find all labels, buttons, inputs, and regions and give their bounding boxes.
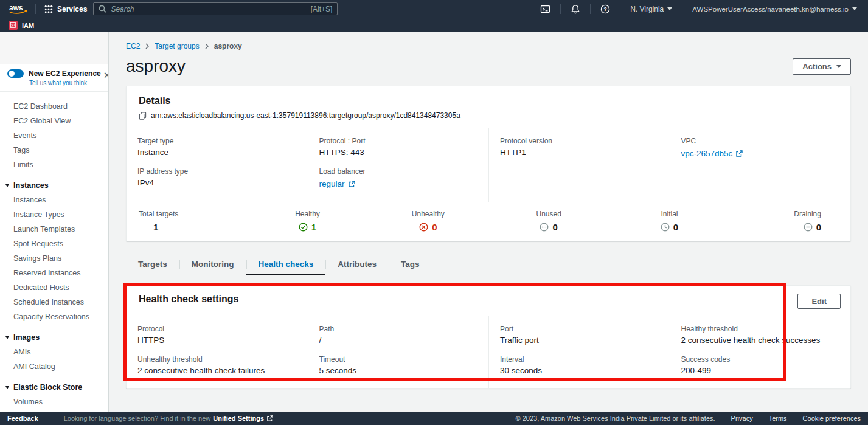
hc-protocol-value: HTTPS	[137, 336, 296, 345]
tab-monitoring[interactable]: Monitoring	[179, 255, 246, 275]
initial-count: 0	[673, 222, 678, 232]
vpc-link[interactable]: vpc-2657db5c	[681, 149, 743, 158]
load-balancer-link[interactable]: regular	[319, 179, 355, 188]
sidebar-item-capacity-reservations[interactable]: Capacity Reservations	[0, 309, 108, 324]
unified-settings-link[interactable]: Unified Settings	[213, 415, 273, 422]
divider	[560, 4, 561, 14]
health-check-card: Health check settings Edit Protocol HTTP…	[126, 285, 851, 389]
breadcrumb-ec2[interactable]: EC2	[126, 42, 140, 50]
page-title: asproxy	[126, 57, 186, 76]
health-check-heading: Health check settings	[139, 294, 239, 305]
new-experience-toggle[interactable]	[7, 69, 24, 78]
chevron-down-icon	[667, 7, 672, 10]
field-label: Target type	[137, 137, 296, 145]
region-label: N. Virginia	[630, 5, 664, 13]
field-label: Load balancer	[319, 167, 477, 176]
aws-logo[interactable]: aws	[7, 2, 29, 16]
sidebar-item-ec2-global-view[interactable]: EC2 Global View	[0, 114, 108, 128]
sidebar-item-ami-catalog[interactable]: AMI Catalog	[0, 359, 108, 374]
check-circle-icon	[299, 223, 308, 232]
help-button[interactable]: ?	[597, 4, 614, 14]
x-circle-icon	[419, 223, 428, 232]
sidebar-item-dedicated-hosts[interactable]: Dedicated Hosts	[0, 280, 108, 295]
help-question-icon: ?	[600, 4, 610, 14]
services-menu-button[interactable]: Services	[42, 5, 89, 13]
field-label: Unhealthy threshold	[137, 355, 296, 364]
feedback-button[interactable]: Feedback	[7, 415, 38, 422]
divider	[682, 4, 682, 14]
hc-interval-value: 30 seconds	[500, 366, 658, 375]
bell-icon	[571, 4, 580, 14]
caret-down-icon	[5, 184, 9, 187]
sidebar-spacer	[0, 32, 108, 64]
sidebar-item-volumes[interactable]: Volumes	[0, 395, 108, 409]
sidebar-item-ec2-dashboard[interactable]: EC2 Dashboard	[0, 99, 108, 114]
tab-tags[interactable]: Tags	[389, 255, 432, 275]
sidebar-item-instances[interactable]: Instances	[0, 193, 108, 207]
sidebar-item-events[interactable]: Events	[0, 128, 108, 143]
privacy-link[interactable]: Privacy	[731, 415, 753, 422]
apps-grid-icon	[44, 5, 53, 13]
stat-unhealthy: Unhealthy 0	[368, 202, 488, 241]
notifications-button[interactable]	[567, 4, 584, 14]
sidebar-item-instance-types[interactable]: Instance Types	[0, 207, 108, 222]
external-link-icon	[735, 150, 743, 157]
terms-link[interactable]: Terms	[769, 415, 787, 422]
tell-us-link[interactable]: Tell us what you think	[29, 80, 101, 86]
hc-success-codes-value: 200-499	[681, 366, 839, 375]
sidebar-item-amis[interactable]: AMIs	[0, 345, 108, 359]
hc-port-value: Traffic port	[500, 336, 658, 345]
stat-healthy: Healthy 1	[247, 202, 367, 241]
field-label: Port	[500, 325, 658, 333]
edit-button[interactable]: Edit	[797, 294, 841, 309]
hc-timeout-value: 5 seconds	[319, 366, 477, 375]
account-menu[interactable]: AWSPowerUserAccess/navaneeth.kn@harness.…	[689, 5, 861, 13]
sidebar-item-launch-templates[interactable]: Launch Templates	[0, 222, 108, 237]
external-link-icon	[348, 181, 355, 188]
sidebar-item-savings-plans[interactable]: Savings Plans	[0, 251, 108, 266]
iam-favorite-link[interactable]: IAM	[22, 22, 34, 29]
sidebar-item-limits[interactable]: Limits	[0, 157, 108, 172]
tab-attributes[interactable]: Attributes	[325, 255, 389, 275]
tab-health-checks[interactable]: Health checks	[246, 255, 326, 275]
breadcrumb-current: asproxy	[214, 42, 242, 50]
field-label: IP address type	[137, 167, 296, 176]
page-header: asproxy Actions	[126, 57, 851, 76]
chevron-down-icon	[836, 65, 841, 68]
footer-right: © 2023, Amazon Web Services India Privat…	[516, 415, 861, 422]
sidebar-item-spot-requests[interactable]: Spot Requests	[0, 237, 108, 251]
divider	[590, 4, 591, 14]
divider	[620, 4, 620, 14]
unused-count: 0	[552, 222, 557, 232]
hc-unhealthy-threshold-value: 2 consecutive health check failures	[137, 366, 296, 375]
cloudshell-button[interactable]	[536, 4, 554, 14]
breadcrumb: EC2 Target groups asproxy	[126, 32, 851, 50]
svg-text:aws: aws	[9, 4, 23, 12]
tab-targets[interactable]: Targets	[126, 255, 179, 275]
sidebar-section-images[interactable]: Images	[0, 330, 108, 345]
sidebar-section-elastic-block-store[interactable]: Elastic Block Store	[0, 380, 108, 395]
global-search[interactable]: [Alt+S]	[93, 2, 338, 15]
chevron-right-icon	[204, 43, 209, 49]
sidebar-item-scheduled-instances[interactable]: Scheduled Instances	[0, 295, 108, 309]
targets-summary: Total targets 1 Healthy 1 Unhealthy	[127, 202, 850, 241]
unhealthy-count: 0	[432, 222, 437, 232]
sidebar-item-reserved-instances[interactable]: Reserved Instances	[0, 266, 108, 280]
topnav-right-controls: ? N. Virginia AWSPowerUserAccess/navanee…	[536, 4, 861, 14]
close-icon[interactable]: ✕	[101, 69, 109, 80]
search-input[interactable]	[111, 5, 306, 13]
actions-button[interactable]: Actions	[793, 58, 851, 75]
sidebar-item-tags[interactable]: Tags	[0, 143, 108, 157]
sidebar-section-instances[interactable]: Instances	[0, 178, 108, 193]
stat-draining: Draining 0	[730, 202, 850, 241]
cookie-preferences-link[interactable]: Cookie preferences	[803, 415, 861, 422]
draining-count: 0	[816, 222, 821, 232]
field-label: Success codes	[681, 355, 839, 364]
content-area: New EC2 Experience Tell us what you thin…	[0, 32, 868, 412]
breadcrumb-target-groups[interactable]: Target groups	[155, 42, 199, 50]
copy-arn-button[interactable]	[139, 112, 147, 120]
region-selector[interactable]: N. Virginia	[627, 5, 676, 13]
external-link-icon	[266, 415, 273, 422]
caret-down-icon	[5, 336, 9, 339]
details-grid: Target type Instance IP address type IPv…	[127, 128, 850, 202]
